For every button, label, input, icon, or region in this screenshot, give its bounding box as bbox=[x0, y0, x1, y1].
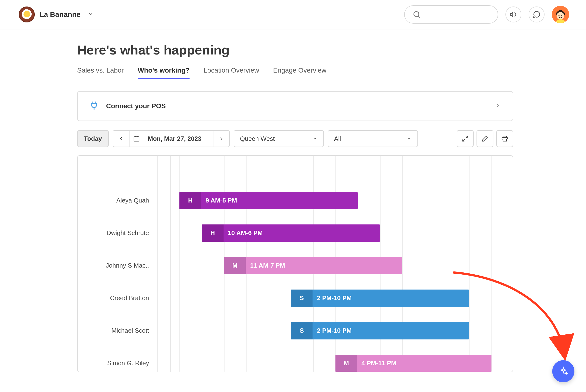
calendar-button[interactable] bbox=[130, 131, 144, 146]
expand-button[interactable] bbox=[457, 130, 474, 147]
shift-time-label: 2 PM-10 PM bbox=[312, 327, 352, 334]
shift-bar[interactable]: S2 PM-10 PM bbox=[291, 322, 469, 340]
chevron-right-icon bbox=[494, 102, 501, 110]
search-icon bbox=[412, 10, 421, 19]
shift-bar[interactable]: S2 PM-10 PM bbox=[291, 290, 469, 307]
chevron-right-icon bbox=[219, 136, 224, 141]
employee-name: Aleya Quah bbox=[78, 184, 157, 217]
prev-day-button[interactable] bbox=[113, 131, 130, 146]
plug-icon bbox=[89, 101, 99, 112]
shift-role-badge: H bbox=[180, 192, 201, 209]
shift-time-label: 9 AM-5 PM bbox=[201, 197, 237, 204]
messages-button[interactable] bbox=[528, 6, 544, 22]
chevron-down-icon bbox=[312, 136, 318, 141]
svg-point-5 bbox=[562, 15, 562, 16]
date-navigator: Mon, Mar 27, 2023 bbox=[112, 130, 230, 147]
chevron-left-icon bbox=[118, 136, 124, 141]
shift-role-badge: H bbox=[202, 224, 224, 242]
svg-point-4 bbox=[558, 15, 560, 16]
connect-pos-label: Connect your POS bbox=[106, 102, 166, 110]
svg-line-11 bbox=[463, 139, 465, 141]
employee-name: Michael Scott bbox=[78, 314, 157, 347]
print-button[interactable] bbox=[496, 130, 513, 147]
chevron-down-icon bbox=[406, 136, 412, 141]
svg-point-0 bbox=[414, 12, 419, 17]
tabs: Sales vs. LaborWho's working?Location Ov… bbox=[77, 66, 586, 79]
timeline-row: Aleya QuahH9 AM-5 PM bbox=[78, 184, 513, 217]
announcements-button[interactable] bbox=[506, 6, 521, 22]
tab-who[interactable]: Who's working? bbox=[138, 66, 190, 79]
toolbar: Today Mon, Mar 27, 2023 Queen West All bbox=[77, 130, 513, 147]
timeline-row: Dwight SchruteH10 AM-6 PM bbox=[78, 217, 513, 249]
employee-name: Creed Bratton bbox=[78, 282, 157, 314]
page-content: Here's what's happening Sales vs. LaborW… bbox=[0, 30, 586, 372]
shift-role-badge: M bbox=[336, 355, 357, 372]
role-select-value: All bbox=[334, 135, 341, 142]
brand-name: La Bananne bbox=[40, 10, 80, 18]
brand-selector[interactable]: La Bananne bbox=[19, 6, 94, 22]
role-select[interactable]: All bbox=[328, 130, 418, 147]
svg-rect-6 bbox=[134, 137, 139, 141]
shift-bar[interactable]: M4 PM-11 PM bbox=[336, 355, 492, 372]
next-day-button[interactable] bbox=[213, 131, 229, 146]
header-actions bbox=[404, 5, 569, 24]
timeline-row: Johnny S Mac..M11 AM-7 PM bbox=[78, 249, 513, 282]
employee-name: Dwight Schrute bbox=[78, 217, 157, 249]
expand-icon bbox=[462, 135, 468, 142]
today-button[interactable]: Today bbox=[77, 130, 109, 147]
app-header: La Bananne bbox=[0, 0, 586, 30]
employee-name: Simon G. Riley bbox=[78, 347, 157, 372]
shift-bar[interactable]: M11 AM-7 PM bbox=[224, 257, 402, 274]
location-select-value: Queen West bbox=[240, 135, 275, 142]
shift-time-label: 4 PM-11 PM bbox=[357, 360, 396, 367]
shift-time-label: 10 AM-6 PM bbox=[224, 229, 263, 237]
chevron-down-icon bbox=[88, 11, 94, 18]
page-title: Here's what's happening bbox=[77, 42, 586, 58]
timeline-row: Michael ScottS2 PM-10 PM bbox=[78, 314, 513, 347]
avatar-icon bbox=[552, 6, 569, 23]
shift-role-badge: S bbox=[291, 322, 312, 340]
svg-line-10 bbox=[466, 136, 468, 138]
shift-role-badge: S bbox=[291, 290, 312, 307]
chat-icon bbox=[532, 10, 541, 18]
svg-line-1 bbox=[418, 16, 420, 18]
shift-timeline: Aleya QuahH9 AM-5 PMDwight SchruteH10 AM… bbox=[77, 155, 513, 372]
print-icon bbox=[501, 135, 508, 142]
current-date-label: Mon, Mar 27, 2023 bbox=[144, 135, 213, 142]
megaphone-icon bbox=[509, 10, 518, 18]
search-input[interactable] bbox=[404, 5, 498, 24]
shift-role-badge: M bbox=[224, 257, 246, 274]
svg-point-3 bbox=[556, 12, 564, 20]
shift-bar[interactable]: H10 AM-6 PM bbox=[202, 224, 380, 242]
tab-engage[interactable]: Engage Overview bbox=[273, 66, 326, 79]
location-select[interactable]: Queen West bbox=[234, 130, 324, 147]
svg-rect-13 bbox=[503, 139, 506, 141]
pencil-icon bbox=[482, 135, 488, 142]
sparkle-icon bbox=[558, 366, 568, 376]
shift-time-label: 11 AM-7 PM bbox=[246, 262, 285, 269]
timeline-row: Creed BrattonS2 PM-10 PM bbox=[78, 282, 513, 314]
shift-time-label: 2 PM-10 PM bbox=[312, 294, 352, 302]
timeline-row: Simon G. RileyM4 PM-11 PM bbox=[78, 347, 513, 372]
user-avatar[interactable] bbox=[552, 6, 569, 23]
shift-bar[interactable]: H9 AM-5 PM bbox=[180, 192, 358, 209]
tab-location[interactable]: Location Overview bbox=[204, 66, 259, 79]
calendar-icon bbox=[133, 135, 140, 142]
employee-name: Johnny S Mac.. bbox=[78, 249, 157, 282]
connect-pos-card[interactable]: Connect your POS bbox=[77, 91, 513, 121]
brand-logo bbox=[19, 6, 35, 22]
edit-button[interactable] bbox=[476, 130, 494, 147]
tab-sales[interactable]: Sales vs. Labor bbox=[77, 66, 124, 79]
assistant-fab[interactable] bbox=[552, 360, 574, 382]
